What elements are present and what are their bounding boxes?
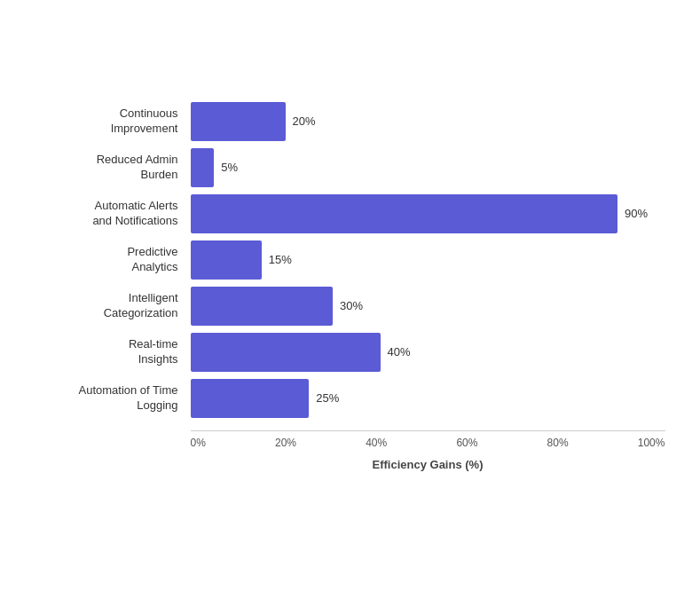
bar-value: 25% [316, 391, 339, 405]
bar-label: IntelligentCategorization [35, 291, 191, 321]
bar-value: 40% [388, 345, 411, 359]
x-tick: 20% [275, 437, 296, 449]
chart-area: ContinuousImprovement20%Reduced AdminBur… [35, 102, 665, 425]
bar-fill [191, 287, 334, 326]
bar-label: Real-timeInsights [35, 337, 191, 367]
bar-label: ContinuousImprovement [35, 106, 191, 137]
bar-row: Real-timeInsights40% [35, 333, 665, 372]
bar-fill [191, 333, 381, 372]
chart-container: ContinuousImprovement20%Reduced AdminBur… [18, 75, 683, 524]
bar-fill [191, 379, 310, 418]
bar-fill [191, 148, 215, 187]
bar-value: 15% [269, 253, 292, 266]
bar-fill [191, 194, 618, 233]
bar-track: 30% [191, 287, 665, 326]
bar-row: ContinuousImprovement20% [35, 102, 665, 141]
x-axis-label: Efficiency Gains (%) [191, 458, 665, 471]
bar-label: PredictiveAnalytics [35, 245, 191, 275]
bar-row: Automation of TimeLogging25% [35, 379, 665, 418]
x-tick: 60% [456, 437, 477, 449]
x-tick: 40% [366, 437, 387, 449]
x-tick: 0% [191, 437, 206, 449]
bar-track: 40% [191, 333, 665, 372]
bar-track: 20% [191, 102, 665, 141]
bar-row: Reduced AdminBurden5% [35, 148, 665, 187]
bar-value: 5% [221, 161, 238, 174]
bar-row: IntelligentCategorization30% [35, 287, 665, 326]
bar-fill [191, 102, 286, 141]
bar-label: Reduced AdminBurden [35, 153, 191, 183]
bar-track: 25% [191, 379, 665, 418]
bar-track: 90% [191, 194, 665, 233]
bar-value: 20% [293, 114, 316, 128]
x-axis-ticks: 0%20%40%60%80%100% [191, 431, 665, 449]
bar-track: 5% [191, 148, 665, 187]
bar-label: Automation of TimeLogging [35, 383, 191, 414]
bar-label: Automatic Alertsand Notifications [35, 199, 191, 229]
bar-value: 90% [625, 207, 648, 220]
bar-value: 30% [340, 299, 363, 312]
x-tick: 100% [638, 437, 665, 449]
x-tick: 80% [547, 437, 569, 449]
bar-row: PredictiveAnalytics15% [35, 240, 665, 280]
bar-track: 15% [191, 240, 665, 280]
bar-fill [191, 240, 262, 280]
x-axis-container: 0%20%40%60%80%100% [191, 430, 665, 449]
bar-row: Automatic Alertsand Notifications90% [35, 194, 665, 233]
